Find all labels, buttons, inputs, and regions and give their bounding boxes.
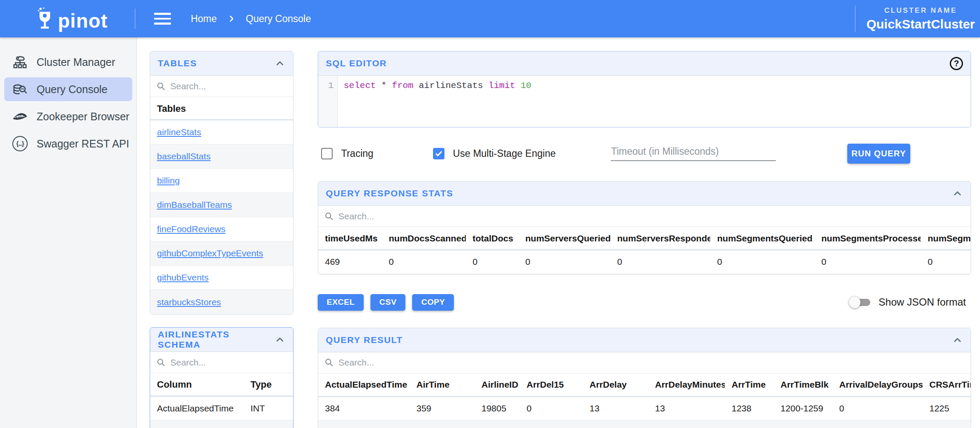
result-cell: 1200-1259 <box>774 397 832 420</box>
multistage-label: Use Multi-Stage Engine <box>453 148 556 159</box>
result-cell: 0 <box>520 420 583 428</box>
schema-panel-header: AIRLINESTATS SCHEMA <box>150 328 293 352</box>
zookeeper-icon: ZOO <box>12 108 28 125</box>
sql-query-text: select * from airlineStats limit 10 <box>338 76 531 127</box>
schema-collapse-button[interactable] <box>274 334 285 345</box>
breadcrumb-current: Query Console <box>246 13 311 25</box>
table-link[interactable]: fineFoodReviews <box>157 224 225 234</box>
tracing-checkbox[interactable] <box>321 148 333 159</box>
table-link[interactable]: billing <box>157 176 180 186</box>
pinot-logo-icon <box>36 7 54 31</box>
sidebar-item-label: Query Console <box>37 83 108 96</box>
chevron-up-icon <box>274 58 285 69</box>
table-link[interactable]: dimBaseballTeams <box>157 200 232 210</box>
schema-col-header-type: Type <box>251 379 293 390</box>
schema-column-name: ActualElapsedTime <box>150 403 251 414</box>
search-icon <box>324 211 334 221</box>
timeout-field <box>611 146 776 161</box>
stats-search-input[interactable] <box>338 211 965 221</box>
schema-search-row <box>150 352 293 373</box>
result-panel-title: QUERY RESULT <box>326 335 403 345</box>
tables-list: airlineStats baseballStats billing dimBa… <box>150 120 293 314</box>
result-cell: 19805 <box>475 420 520 428</box>
result-cell: 13 <box>648 397 725 420</box>
sidebar-item-swagger-rest-api[interactable]: {...} Swagger REST API <box>4 132 132 156</box>
result-col-header: ArrTime <box>725 374 774 397</box>
result-cell: 0 <box>520 397 583 420</box>
tables-search-input[interactable] <box>170 81 287 91</box>
copy-button[interactable]: COPY <box>412 294 454 311</box>
result-col-header: ArrTimeBlk <box>774 374 832 397</box>
run-query-button[interactable]: RUN QUERY <box>847 144 910 164</box>
result-cell: 1238 <box>725 397 774 420</box>
sidebar-item-cluster-manager[interactable]: Cluster Manager <box>4 50 132 74</box>
search-icon <box>156 81 166 92</box>
sql-token: * <box>376 81 392 91</box>
toggle-knob <box>849 297 860 308</box>
help-icon[interactable]: ? <box>950 57 963 70</box>
show-json-toggle[interactable] <box>851 299 870 306</box>
result-col-header: ActualElapsedTime <box>318 374 410 397</box>
sidebar: Cluster Manager Query Console <box>0 37 137 428</box>
timeout-input[interactable] <box>611 146 776 157</box>
result-table: ActualElapsedTime AirTime AirlineID ArrD… <box>318 374 971 428</box>
result-col-header: ArrDel15 <box>520 374 583 397</box>
stats-table: timeUsedMs numDocsScanned totalDocs numS… <box>318 227 971 274</box>
result-cell: 0 <box>832 397 923 420</box>
result-col-header: AirTime <box>410 374 475 397</box>
stats-collapse-button[interactable] <box>952 188 963 199</box>
multistage-checkbox[interactable] <box>433 148 444 159</box>
export-row: EXCEL CSV COPY Show JSON format <box>318 294 971 311</box>
sql-code-editor[interactable]: 1 select * from airlineStats limit 10 <box>318 76 971 127</box>
table-link[interactable]: airlineStats <box>157 127 201 137</box>
editor-line-number: 1 <box>318 76 338 127</box>
query-controls-row: Tracing Use Multi-Stage Engine RUN QUERY <box>318 143 971 164</box>
schema-search-input[interactable] <box>170 357 287 368</box>
breadcrumb-home[interactable]: Home <box>191 13 217 25</box>
table-row: billing <box>150 169 293 193</box>
result-col-header: ArrDelayMinutes <box>648 374 725 397</box>
tables-search-row <box>150 76 293 97</box>
swagger-icon: {...} <box>12 136 28 152</box>
stats-col-header: timeUsedMs <box>318 227 382 250</box>
stats-panel-header: QUERY RESPONSE STATS <box>318 181 971 206</box>
table-row: airlineStats <box>150 120 293 145</box>
stats-search-row <box>318 206 971 227</box>
result-cell: 1625 <box>923 420 971 428</box>
excel-button[interactable]: EXCEL <box>318 294 364 311</box>
schema-panel-title: AIRLINESTATS SCHEMA <box>158 329 274 350</box>
tables-panel-header: TABLES <box>150 51 293 76</box>
tables-panel: TABLES Tables airlineStats baseballStats… <box>150 51 293 315</box>
menu-hamburger-icon[interactable] <box>154 10 171 28</box>
result-collapse-button[interactable] <box>952 334 963 346</box>
result-cell: 359 <box>410 397 475 420</box>
table-link[interactable]: baseballStats <box>157 151 211 162</box>
table-link[interactable]: githubEvents <box>157 272 208 283</box>
tables-collapse-button[interactable] <box>274 58 285 69</box>
schema-column-headers: Column Type <box>150 373 293 397</box>
csv-button[interactable]: CSV <box>370 294 406 311</box>
result-data-row: 384 359 19805 0 13 13 1238 1200-1259 0 1… <box>318 397 971 420</box>
sidebar-item-query-console[interactable]: Query Console <box>4 77 132 101</box>
table-row: fineFoodReviews <box>150 217 293 241</box>
result-cell: 19805 <box>475 397 520 420</box>
sql-editor-title: SQL EDITOR <box>326 58 387 68</box>
chevron-up-icon <box>952 334 963 346</box>
sql-editor-panel: SQL EDITOR ? 1 select * from airlineStat… <box>318 51 971 128</box>
sidebar-item-label: Cluster Manager <box>37 56 115 68</box>
table-link[interactable]: githubComplexTypeEvents <box>157 248 263 258</box>
result-cell: 13 <box>583 397 648 420</box>
result-cell: 384 <box>318 397 410 420</box>
sql-token: from <box>392 81 413 91</box>
tracing-label: Tracing <box>341 148 373 159</box>
cluster-manager-icon <box>12 54 28 70</box>
result-search-input[interactable] <box>338 357 965 368</box>
sidebar-item-zookeeper-browser[interactable]: ZOO Zookeeper Browser <box>4 105 132 128</box>
sidebar-item-label: Swagger REST API <box>37 138 129 150</box>
stats-data-row: 469 0 0 0 0 0 0 0 <box>318 250 971 274</box>
breadcrumb: Home Query Console <box>191 13 311 25</box>
sql-token: 10 <box>515 81 531 91</box>
table-row: githubComplexTypeEvents <box>150 241 293 266</box>
table-link[interactable]: starbucksStores <box>157 297 221 307</box>
schema-col-header-column: Column <box>150 379 251 390</box>
